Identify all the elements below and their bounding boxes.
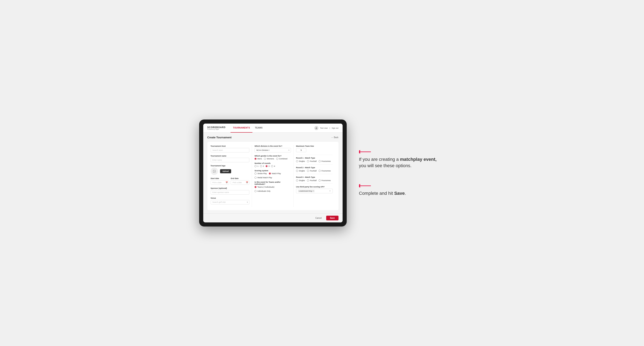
- rounds-group: Number of rounds 1 2: [254, 162, 291, 167]
- team-radio-group: Teams (+Individuals) Individuals Only: [254, 186, 291, 192]
- round3-foursomes[interactable]: Foursomes: [318, 179, 331, 181]
- scoring-medal-label: Medal Match Play: [257, 176, 272, 179]
- gender-womens-label: Womens: [267, 158, 274, 160]
- max-team-input[interactable]: [296, 148, 306, 152]
- team-label: Is this event for Teams and/or Individua…: [254, 181, 291, 185]
- calendar-icon-2: 📅: [246, 181, 248, 183]
- gender-combined-radio[interactable]: [276, 158, 278, 160]
- team-individuals-radio[interactable]: [254, 190, 256, 192]
- rounds-2[interactable]: 2: [260, 165, 264, 167]
- logo-placeholder: [211, 168, 218, 175]
- tournament-host-group: Tournament Host: [211, 145, 250, 153]
- scoring-stroke[interactable]: Stroke Play: [254, 173, 267, 174]
- team-teams-radio[interactable]: [254, 186, 256, 188]
- sponsor-input[interactable]: [211, 190, 250, 194]
- team-individuals[interactable]: Individuals Only: [254, 190, 270, 192]
- gender-combined[interactable]: Combined: [276, 158, 288, 160]
- nav-tab-teams[interactable]: TEAMS: [252, 124, 265, 133]
- scoring-match[interactable]: Match Play: [269, 173, 281, 174]
- scoring-radio-group: Stroke Play Match Play Medal Match Play: [254, 173, 291, 179]
- sponsor-label: Sponsor (optional): [211, 187, 250, 189]
- round2-singles[interactable]: Singles: [296, 170, 305, 172]
- team-teams[interactable]: Teams (+Individuals): [254, 186, 274, 188]
- api-tag-close[interactable]: ×: [312, 190, 314, 192]
- round2-foursomes[interactable]: Foursomes: [318, 170, 331, 172]
- round3-fourball[interactable]: Fourball: [307, 179, 316, 181]
- gender-mens-radio[interactable]: [254, 158, 256, 160]
- scoring-medal-radio[interactable]: [254, 176, 256, 179]
- gender-mens[interactable]: Mens: [254, 158, 262, 160]
- round3-foursomes-radio[interactable]: [318, 179, 321, 181]
- team-teams-label: Teams (+Individuals): [257, 186, 274, 188]
- max-team-label: Maximum Team Size: [296, 145, 333, 147]
- division-select[interactable]: NCAA Division I NCAA Division II NCAA Di…: [254, 148, 291, 153]
- tablet-screen: SCOREBOARD Powered by clippit TOURNAMENT…: [203, 124, 342, 222]
- annotation-text-1: If you are creating a matchplay event, y…: [359, 156, 441, 169]
- scoring-stroke-radio[interactable]: [254, 173, 256, 174]
- form-col-3: Maximum Team Size Round 1 - Match Type S…: [294, 145, 335, 207]
- round2-fourball[interactable]: Fourball: [307, 170, 316, 172]
- scoring-match-radio[interactable]: [269, 173, 271, 174]
- round3-options: Singles Fourball Foursomes: [296, 179, 333, 181]
- api-tag-value: Leaderboard King: [299, 190, 312, 192]
- rounds-radio-group: 1 2 3: [254, 165, 291, 167]
- round1-fourball-radio[interactable]: [307, 160, 309, 162]
- gender-label: Which gender is the event for?: [254, 155, 291, 157]
- rounds-2-radio[interactable]: [260, 165, 262, 167]
- scoring-medal[interactable]: Medal Match Play: [254, 176, 272, 179]
- scoring-group: Scoring system Stroke Play Match Play: [254, 170, 291, 179]
- round1-singles-radio[interactable]: [296, 160, 298, 162]
- nav-separator: |: [330, 127, 330, 129]
- round1-foursomes[interactable]: Foursomes: [318, 160, 331, 162]
- rounds-1-radio[interactable]: [254, 165, 256, 167]
- tournament-name-group: Tournament name: [211, 155, 250, 162]
- upload-button[interactable]: Upload: [220, 169, 231, 173]
- rounds-4-radio[interactable]: [271, 165, 273, 167]
- start-date-wrap: 📅: [211, 180, 229, 185]
- end-date-group: End date 📅: [231, 177, 249, 185]
- rounds-1[interactable]: 1: [254, 165, 258, 167]
- round2-fourball-radio[interactable]: [307, 170, 309, 172]
- gender-combined-label: Combined: [279, 158, 288, 160]
- round3-singles[interactable]: Singles: [296, 179, 305, 181]
- round2-foursomes-radio[interactable]: [318, 170, 321, 172]
- scoring-stroke-label: Stroke Play: [257, 173, 267, 174]
- nav-tab-tournaments[interactable]: TOURNAMENTS: [230, 124, 252, 133]
- rounds-3-radio[interactable]: [266, 165, 268, 167]
- rounds-4[interactable]: 4: [271, 165, 275, 167]
- round3-fourball-radio[interactable]: [307, 179, 309, 181]
- tournament-logo-group: Tournament logo Upload: [211, 165, 250, 175]
- rounds-3[interactable]: 3: [266, 165, 270, 167]
- gender-womens-radio[interactable]: [264, 158, 266, 160]
- team-individuals-label: Individuals Only: [257, 190, 270, 192]
- start-date-label: Start date: [211, 177, 229, 179]
- sign-out-link[interactable]: Sign out: [332, 127, 338, 129]
- form-container: Tournament Host Tournament name Tourname…: [207, 142, 338, 210]
- team-group: Is this event for Teams and/or Individua…: [254, 181, 291, 192]
- tournament-name-input[interactable]: [211, 158, 250, 162]
- arrow-2-icon: [359, 183, 371, 188]
- api-select-tag[interactable]: Leaderboard King × ▼: [296, 189, 333, 193]
- round3-label: Round 3 - Match Type: [296, 176, 333, 178]
- user-name: Test User: [320, 127, 328, 129]
- back-button[interactable]: ← Back: [331, 136, 338, 139]
- main-content: Create Tournament ← Back Tournament Host…: [203, 133, 342, 213]
- tournament-host-input[interactable]: [211, 148, 250, 153]
- cancel-button[interactable]: Cancel: [313, 216, 324, 220]
- round1-label: Round 1 - Match Type: [296, 157, 333, 159]
- navbar: SCOREBOARD Powered by clippit TOURNAMENT…: [203, 124, 342, 133]
- gender-womens[interactable]: Womens: [264, 158, 274, 160]
- round2-singles-radio[interactable]: [296, 170, 298, 172]
- round3-singles-radio[interactable]: [296, 179, 298, 181]
- brand-logo: SCOREBOARD Powered by clippit: [207, 126, 226, 130]
- round1-foursomes-radio[interactable]: [318, 160, 321, 162]
- save-button[interactable]: Save: [326, 216, 338, 220]
- svg-point-2: [214, 171, 214, 171]
- calendar-icon: 📅: [226, 181, 228, 183]
- venue-input[interactable]: [211, 200, 250, 204]
- svg-point-0: [316, 127, 317, 128]
- user-avatar: [314, 126, 318, 130]
- brand-sub: Powered by clippit: [207, 129, 226, 130]
- round1-singles[interactable]: Singles: [296, 160, 305, 162]
- round1-fourball[interactable]: Fourball: [307, 160, 316, 162]
